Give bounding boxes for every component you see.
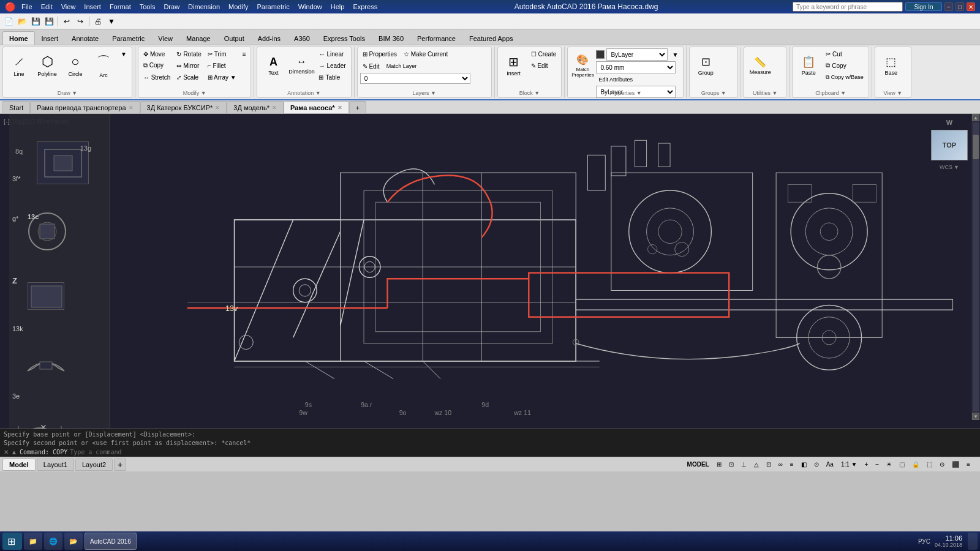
zoom-out-btn[interactable]: −: [873, 459, 881, 470]
stretch-button[interactable]: ↔ ArrayStretch: [141, 72, 173, 83]
match-properties-button[interactable]: 🎨 MatchProperties: [570, 48, 595, 83]
tab-close-3[interactable]: ✕: [272, 105, 277, 111]
line-button[interactable]: ⟋ Line: [6, 48, 32, 83]
dimension-button[interactable]: ↔ Dimension: [288, 48, 315, 83]
customize-qa-button[interactable]: ▼: [105, 15, 118, 28]
compass-w[interactable]: W: [946, 119, 952, 126]
tab-performance[interactable]: Performance: [410, 31, 462, 45]
layer-properties-button[interactable]: ⊞ Properties: [360, 48, 399, 59]
workspace-btn[interactable]: ☀: [884, 459, 894, 470]
tab-view[interactable]: View: [151, 31, 179, 45]
layout2-tab[interactable]: Layout2: [75, 459, 113, 471]
save-as-button[interactable]: 💾: [43, 15, 55, 28]
tab-a360[interactable]: A360: [287, 31, 317, 45]
undo-button[interactable]: ↩: [61, 15, 73, 28]
scroll-down-btn[interactable]: ▼: [972, 413, 979, 420]
taskbar-explorer-btn[interactable]: 📁: [24, 533, 42, 550]
cmd-close-btn[interactable]: ✕: [4, 449, 9, 455]
close-button[interactable]: ✕: [967, 2, 975, 11]
text-button[interactable]: A Text: [260, 48, 287, 83]
ortho-btn[interactable]: ⊥: [739, 459, 749, 470]
model-space-btn[interactable]: MODEL: [685, 459, 712, 470]
tab-close-4[interactable]: ✕: [337, 105, 342, 111]
drawing-canvas[interactable]: [-][Top][2D Wireframe] 8q 13g 3f* g*: [0, 114, 980, 457]
copy-clip-button[interactable]: ⧉ Copy: [823, 60, 866, 71]
anno-scale-btn[interactable]: 1:1 ▼: [839, 459, 860, 470]
minimize-button[interactable]: −: [944, 2, 953, 11]
linear-button[interactable]: ↔ Linear: [316, 48, 348, 59]
tab-close-1[interactable]: ✕: [129, 105, 134, 111]
edit-block-button[interactable]: ✎ Edit: [529, 60, 559, 71]
window-menu[interactable]: Window: [296, 3, 325, 10]
sign-in-button[interactable]: Sign In: [905, 2, 942, 11]
taskbar-ie-btn[interactable]: 🌐: [44, 533, 62, 550]
open-button[interactable]: 📂: [16, 15, 28, 28]
add-layout-button[interactable]: +: [114, 459, 126, 471]
tab-parametric[interactable]: Parametric: [105, 31, 151, 45]
windows-start-button[interactable]: ⊞: [2, 533, 22, 550]
color-picker[interactable]: [596, 50, 605, 59]
scale-button[interactable]: ⤢ Scale: [174, 72, 203, 83]
new-tab-button[interactable]: +: [349, 101, 366, 113]
maximize-button[interactable]: □: [956, 2, 964, 11]
drawing-tab-4[interactable]: Рама насоса* ✕: [284, 101, 349, 113]
offset-button[interactable]: ≡: [240, 48, 249, 59]
show-desktop-btn[interactable]: [968, 533, 978, 550]
vertical-scrollbar[interactable]: ▲ ▼: [971, 114, 980, 420]
draw-more-button[interactable]: ▼: [118, 48, 129, 59]
ui-btn[interactable]: ⬚: [897, 459, 907, 470]
insert-menu[interactable]: Insert: [81, 3, 104, 10]
tab-output[interactable]: Output: [217, 31, 251, 45]
lock-ui-btn[interactable]: 🔒: [910, 459, 922, 470]
move-button[interactable]: ✥ Move: [141, 48, 173, 59]
annotation-mon-btn[interactable]: Aa: [824, 459, 836, 470]
otrack-btn[interactable]: ∞: [776, 459, 785, 470]
base-view-button[interactable]: ⬚ Base: [878, 48, 905, 83]
file-menu[interactable]: File: [19, 3, 35, 10]
format-menu[interactable]: Format: [107, 3, 134, 10]
fillet-button[interactable]: ⌐ Fillet: [205, 60, 239, 71]
layout1-tab[interactable]: Layout1: [37, 459, 74, 471]
grid-btn[interactable]: ⊞: [714, 459, 724, 470]
taskbar-autocad-btn[interactable]: AutoCAD 2016: [85, 533, 137, 550]
circle-button[interactable]: ○ Circle: [62, 48, 89, 83]
drawing-tab-3[interactable]: 3Д модель* ✕: [227, 101, 284, 113]
measure-button[interactable]: 📏 Measure: [747, 48, 774, 83]
tab-close-2[interactable]: ✕: [215, 105, 220, 111]
edit-menu[interactable]: Edit: [39, 3, 55, 10]
tab-annotate[interactable]: Annotate: [65, 31, 105, 45]
table-button[interactable]: ⊞ Table: [316, 72, 348, 83]
scroll-up-btn[interactable]: ▲: [972, 114, 979, 121]
tab-home[interactable]: Home: [2, 31, 35, 45]
customize-status-btn[interactable]: ≡: [964, 459, 973, 470]
array-button[interactable]: ⊞ Array ▼: [205, 72, 239, 83]
rotate-button[interactable]: ↻ Rotate: [174, 48, 203, 59]
drawing-tab-1[interactable]: Рама привода транспортера ✕: [30, 101, 140, 113]
hardware-btn[interactable]: ⬚: [924, 459, 935, 470]
zoom-in-btn[interactable]: +: [862, 459, 870, 470]
scroll-track[interactable]: [973, 122, 979, 411]
make-current-button[interactable]: ☆ Make Current: [401, 48, 450, 59]
drawing-tab-start[interactable]: Start: [2, 101, 30, 113]
snap-btn[interactable]: ⊡: [726, 459, 736, 470]
copy-button[interactable]: ⧉ MirrorCopy: [141, 60, 173, 71]
group-button[interactable]: ⊡ Group: [692, 48, 719, 83]
save-button[interactable]: 💾: [29, 15, 42, 28]
tab-addins[interactable]: Add-ins: [251, 31, 287, 45]
trim-button[interactable]: ✂ Trim: [205, 48, 239, 59]
search-input[interactable]: [793, 2, 903, 12]
modify-menu[interactable]: Modify: [226, 3, 251, 10]
tab-manage[interactable]: Manage: [179, 31, 217, 45]
plot-button[interactable]: 🖨: [92, 15, 104, 28]
drawing-tab-2[interactable]: 3Д Катерок БУКСИР* ✕: [140, 101, 227, 113]
select-cycle-btn[interactable]: ⊙: [812, 459, 821, 470]
view-menu[interactable]: View: [59, 3, 78, 10]
redo-button[interactable]: ↪: [74, 15, 86, 28]
cmd-expand-btn[interactable]: ▲: [11, 449, 17, 455]
layer-edit-button[interactable]: ✎ Edit: [360, 61, 382, 72]
dimension-menu[interactable]: Dimension: [186, 3, 222, 10]
parametric-menu[interactable]: Parametric: [254, 3, 292, 10]
view-cube[interactable]: TOP: [931, 130, 968, 160]
help-menu[interactable]: Help: [328, 3, 347, 10]
insert-block-button[interactable]: ⊞ Insert: [500, 48, 527, 83]
